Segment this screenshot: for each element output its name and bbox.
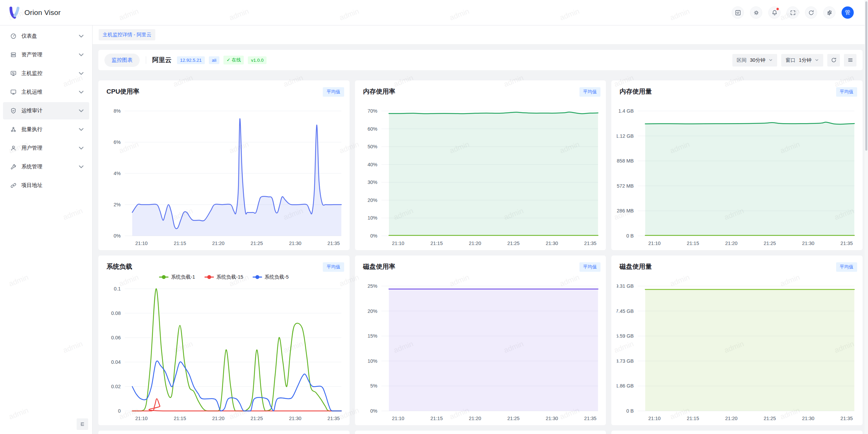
svg-text:21:10: 21:10 (135, 416, 147, 421)
fullscreen-button[interactable] (787, 6, 799, 19)
svg-text:0.08: 0.08 (111, 310, 121, 316)
settings-button[interactable] (823, 6, 835, 19)
card-partial (98, 431, 350, 434)
fullscreen-icon (790, 10, 796, 16)
svg-text:21:30: 21:30 (802, 416, 814, 421)
sidebar-item-batch-exec[interactable]: 批量执行 (3, 121, 89, 138)
legend-item[interactable]: 系统负载-15 (204, 274, 243, 280)
svg-text:21:10: 21:10 (135, 241, 147, 246)
svg-text:10%: 10% (368, 215, 377, 221)
avg-badge[interactable]: 平均值 (836, 262, 857, 272)
system-load-chart: 00.020.040.060.080.121:1021:1521:2021:25… (104, 277, 344, 422)
audit-shield-icon (10, 108, 17, 114)
status-badge: ✓ 在线 (223, 56, 244, 64)
gear-icon (826, 10, 833, 16)
sidebar-item-assets[interactable]: 资产管理 (3, 46, 89, 63)
avg-badge[interactable]: 平均值 (579, 262, 601, 272)
refresh-icon (808, 10, 814, 16)
scrollbar-thumb[interactable] (865, 1, 867, 151)
top-navbar: Orion Visor 管 (0, 0, 868, 25)
svg-text:21:15: 21:15 (430, 416, 442, 421)
svg-text:0: 0 (118, 408, 121, 414)
avg-badge[interactable]: 平均值 (836, 87, 857, 97)
avg-badge[interactable]: 平均值 (579, 87, 601, 97)
sidebar-item-label: 主机运维 (21, 89, 78, 96)
host-monitor-icon (10, 70, 17, 77)
window-select[interactable]: 窗口 1分钟 (781, 54, 823, 67)
range-select-label: 区间 (737, 57, 747, 63)
charts-refresh-button[interactable] (827, 54, 840, 67)
svg-text:1.4 GB: 1.4 GB (618, 108, 634, 114)
sidebar-item-project-link[interactable]: 项目地址 (3, 177, 89, 194)
svg-text:572 MB: 572 MB (617, 183, 634, 189)
svg-text:20%: 20% (368, 308, 377, 314)
chart-legend: 系统负载-1系统负载-15系统负载-5 (98, 274, 350, 280)
svg-text:40%: 40% (368, 162, 377, 167)
disk-rate-card: 磁盘使用率平均值 0%5%10%15%20%25%21:1021:1521:20… (355, 256, 606, 425)
svg-text:20%: 20% (368, 197, 377, 203)
sidebar-item-label: 项目地址 (21, 182, 84, 189)
sidebar-item-user-mgmt[interactable]: 用户管理 (3, 139, 89, 157)
svg-text:21:15: 21:15 (430, 241, 442, 246)
sidebar-item-label: 运维审计 (21, 107, 78, 114)
sidebar-item-dashboard[interactable]: 仪表盘 (3, 27, 89, 45)
sidebar-item-label: 资产管理 (21, 51, 78, 58)
svg-text:10%: 10% (368, 358, 377, 364)
disk-amount-chart: 0 B1.86 GB3.73 GB5.59 GB7.45 GB9.31 GB21… (617, 277, 857, 422)
svg-text:21:20: 21:20 (469, 416, 481, 421)
tab-monitor-charts[interactable]: 监控图表 (104, 54, 140, 67)
sidebar-item-system-mgmt[interactable]: 系统管理 (3, 158, 89, 175)
svg-text:21:25: 21:25 (507, 416, 519, 421)
svg-text:286 MB: 286 MB (617, 208, 634, 213)
hamburger-icon (847, 57, 853, 63)
svg-text:0.02: 0.02 (111, 384, 121, 389)
svg-text:0 B: 0 B (627, 233, 634, 239)
legend-item[interactable]: 系统负载-5 (253, 274, 289, 280)
svg-text:21:20: 21:20 (212, 241, 224, 246)
sidebar-collapse-button[interactable] (77, 418, 88, 430)
avg-badge[interactable]: 平均值 (323, 262, 344, 272)
memory-rate-card: 内存使用率平均值 0%10%20%30%40%50%60%70%21:1021:… (355, 80, 606, 250)
svg-text:858 MB: 858 MB (617, 158, 634, 164)
svg-text:60%: 60% (368, 126, 377, 132)
chevron-down-icon (78, 33, 84, 39)
chart-layout-button[interactable] (844, 54, 856, 67)
chart-title: CPU使用率 (106, 87, 139, 96)
svg-text:15%: 15% (368, 333, 377, 339)
avatar[interactable]: 管 (842, 6, 854, 19)
user-icon (10, 145, 17, 151)
range-select[interactable]: 区间 30分钟 (732, 54, 777, 67)
svg-text:2%: 2% (114, 202, 121, 207)
disk-amount-card: 磁盘使用量平均值 0 B1.86 GB3.73 GB5.59 GB7.45 GB… (611, 256, 863, 425)
chart-title: 内存使用率 (363, 87, 395, 96)
refresh-button[interactable] (805, 6, 817, 19)
range-select-value: 30分钟 (750, 57, 765, 63)
svg-text:21:35: 21:35 (841, 416, 853, 421)
charts-grid-row-1: CPU使用率平均值 0%2%4%6%8%21:1021:1521:2021:25… (98, 80, 863, 250)
orion-visor-logo-icon (8, 6, 20, 19)
batch-exec-icon (10, 126, 17, 133)
svg-text:21:20: 21:20 (725, 416, 737, 421)
sidebar-item-host-monitor[interactable]: 主机监控 (3, 65, 89, 82)
svg-text:0 B: 0 B (627, 408, 634, 414)
host-toolbar: 监控图表 阿里云 12.92.5.21 ali ✓ 在线 v1.0.0 区间 3… (98, 50, 863, 70)
svg-text:5.59 GB: 5.59 GB (617, 333, 634, 339)
legend-item[interactable]: 系统负载-1 (159, 274, 195, 280)
chevron-down-icon (78, 108, 84, 114)
memory-rate-chart: 0%10%20%30%40%50%60%70%21:1021:1521:2021… (360, 102, 601, 247)
chevron-down-icon (78, 52, 84, 58)
memory-amount-card: 内存使用量平均值 0 B286 MB572 MB858 MB1.12 GB1.4… (611, 80, 863, 250)
svg-text:21:35: 21:35 (328, 241, 340, 246)
svg-text:21:10: 21:10 (392, 241, 404, 246)
svg-text:70%: 70% (368, 108, 377, 114)
code-button[interactable] (732, 6, 744, 19)
notifications-button[interactable] (768, 6, 781, 19)
breadcrumb[interactable]: 主机监控详情 - 阿里云 (99, 29, 155, 40)
nav-actions: 管 (732, 6, 854, 19)
sidebar-item-host-ops[interactable]: 主机运维 (3, 83, 89, 101)
sidebar-item-ops-audit[interactable]: 运维审计 (3, 102, 89, 119)
host-ops-icon (10, 89, 17, 95)
svg-text:8%: 8% (114, 108, 121, 114)
avg-badge[interactable]: 平均值 (323, 87, 344, 97)
theme-toggle-button[interactable] (750, 6, 762, 19)
